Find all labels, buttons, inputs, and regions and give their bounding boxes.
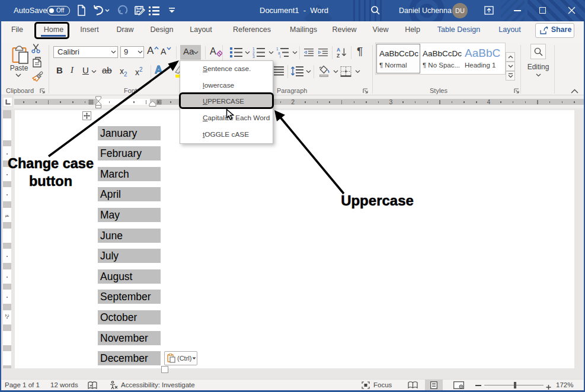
svg-text:Z: Z xyxy=(337,53,340,59)
svg-text:i: i xyxy=(280,54,280,58)
svg-text:A: A xyxy=(337,47,340,53)
svg-text:3: 3 xyxy=(252,54,255,58)
